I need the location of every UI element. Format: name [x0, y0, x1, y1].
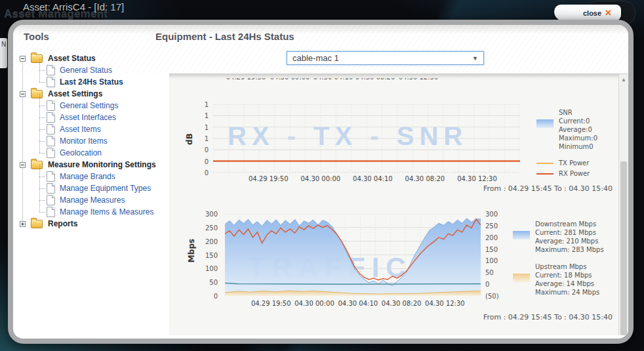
y-tick-label: 100	[205, 265, 218, 272]
downstream-legend-maximum: Maximum: 283 Mbps	[535, 245, 604, 254]
traffic-chart-plot: TRAFFIC	[225, 214, 481, 296]
snr-legend-maximum: Maximum:0	[559, 134, 597, 142]
tx-power-line-swatch	[536, 163, 553, 164]
tree-item-label: Monitor Items	[60, 136, 108, 146]
tools-header: Tools	[24, 31, 49, 42]
y-tick-label: 1	[205, 124, 209, 131]
expand-toggle[interactable]: −	[20, 91, 26, 97]
y-tick-label: 200	[485, 234, 498, 241]
y-tick-label: 1	[205, 101, 209, 108]
tree-item-label: General Status	[60, 66, 112, 75]
page-icon	[47, 136, 55, 146]
y-tick-label: 300	[485, 211, 498, 218]
expand-toggle[interactable]: +	[20, 221, 26, 227]
y-tick-label: (50)	[485, 293, 499, 300]
tree-item-general-settings[interactable]: General Settings	[20, 100, 171, 112]
page-icon	[47, 65, 55, 75]
x-tick-label: 04.30 04:10	[338, 300, 378, 307]
rx-power-line-swatch	[536, 173, 553, 175]
tree-item-manage-items-measures[interactable]: Manage Items & Measures	[20, 206, 171, 218]
traffic-chart-legend: Downstream Mbps Current: 281 Mbps Averag…	[513, 220, 611, 297]
tree-item-label: Asset Items	[60, 125, 101, 134]
folder-icon	[31, 90, 43, 98]
expand-toggle[interactable]: −	[20, 162, 26, 168]
tree-item-asset-interfaces[interactable]: Asset Interfaces	[20, 112, 171, 123]
downstream-legend-current: Current: 281 Mbps	[535, 228, 604, 237]
tree-item-asset-status[interactable]: −Asset Status	[20, 52, 171, 64]
page-icon	[47, 171, 55, 182]
page-icon	[47, 207, 55, 217]
page-icon	[47, 124, 55, 134]
tree-item-measure-monitoring-settings[interactable]: −Measure Monitoring Settings	[20, 159, 171, 171]
y-tick-label: 250	[485, 222, 498, 230]
y-tick-label: 300	[205, 211, 218, 218]
tree-item-geolocation[interactable]: Geolocation	[20, 147, 171, 159]
y-tick-label: 1	[205, 112, 209, 119]
x-tick-label: 04.30 12:30	[425, 300, 465, 307]
close-button[interactable]: close ✕	[554, 5, 621, 21]
rx-power-label: RX Power	[559, 169, 590, 178]
x-tick-label: 04.29 19:50	[249, 175, 289, 182]
window-title: Asset: ArrisC4 - [Id: 17]	[23, 1, 124, 12]
tree-item-manage-brands[interactable]: Manage Brands	[20, 171, 171, 182]
app-background: Asset Management Asset: ArrisC4 - [Id: 1…	[0, 0, 644, 351]
expand-toggle[interactable]: −	[20, 56, 26, 62]
tree-item-reports[interactable]: +Reports	[20, 218, 171, 230]
tree-item-label: Asset Status	[48, 54, 96, 63]
y-tick-label: 0	[485, 281, 489, 288]
traffic-chart-canvas	[225, 214, 481, 296]
tree-item-label: Measure Monitoring Settings	[48, 160, 156, 169]
y-tick-label: 1	[205, 135, 209, 142]
tree-item-manage-equipment-types[interactable]: Manage Equipment Types	[20, 182, 171, 194]
snr-chart-legend: SNR Current:0 Average:0 Maximum:0 Minimu…	[536, 108, 623, 178]
upstream-legend-maximum: Maximum: 24 Mbps	[535, 288, 599, 297]
background-page-fragment: N	[0, 38, 7, 68]
x-tick-label: 04.30 08:20	[405, 175, 445, 182]
cable-mac-select[interactable]: cable-mac 1 ▼	[287, 51, 484, 65]
tree-item-asset-items[interactable]: Asset Items	[20, 123, 171, 135]
clipped-x-tick-label: 04.30 12:30	[399, 78, 439, 81]
folder-icon	[31, 54, 43, 63]
cable-mac-select-value: cable-mac 1	[287, 53, 472, 63]
upstream-legend-average: Average: 14 Mbps	[535, 279, 599, 288]
x-tick-label: 04.29 19:50	[251, 300, 291, 307]
y-tick-label: 0	[205, 158, 209, 165]
snr-chart-plot: RX - TX - SNR	[213, 104, 520, 173]
tree-item-label: Asset Interfaces	[60, 113, 116, 122]
tree-item-label: Manage Brands	[60, 172, 115, 181]
scrollbar-up-icon[interactable]: ▲	[619, 77, 628, 83]
snr-legend-minimum: Minimum0	[559, 142, 597, 151]
clipped-x-tick-label: 04.30 04:10	[313, 78, 353, 81]
page-icon	[47, 183, 55, 194]
clipped-x-tick-label: 04.30 08:20	[355, 78, 395, 81]
charts-scroll-area: 04.29 19:5004.30 00:0004.30 04:1004.30 0…	[169, 73, 628, 335]
page-icon	[47, 77, 55, 87]
snr-legend-current: Current:0	[559, 117, 597, 125]
upstream-legend-swatch	[513, 274, 530, 282]
y-tick-label: 0	[205, 169, 209, 176]
scrollbar-thumb[interactable]	[620, 161, 627, 335]
folder-icon	[31, 220, 43, 228]
vertical-scrollbar[interactable]: ▲	[618, 74, 628, 335]
equipment-status-dialog: Tools Equipment - Last 24Hs Status −Asse…	[8, 20, 634, 344]
tree-item-asset-settings[interactable]: −Asset Settings	[20, 88, 171, 100]
tree-item-general-status[interactable]: General Status	[20, 64, 171, 76]
snr-legend-swatch	[536, 119, 553, 128]
tree-item-monitor-items[interactable]: Monitor Items	[20, 135, 171, 147]
page-icon	[47, 148, 55, 158]
x-tick-label: 04.30 08:20	[382, 300, 422, 307]
upstream-legend-name: Upstream Mbps	[535, 262, 599, 271]
tree-item-label: Asset Settings	[48, 89, 102, 98]
snr-chart-timerange: From : 04.29 15:45 To : 04.30 15:40	[483, 184, 613, 193]
close-icon: ✕	[605, 9, 612, 17]
traffic-chart-timerange: From : 04.29 15:45 To : 04.30 15:40	[483, 313, 613, 321]
page-title: Equipment - Last 24Hs Status	[155, 31, 294, 42]
y-tick-label: 0	[205, 146, 209, 154]
dialog-content: Tools Equipment - Last 24Hs Status −Asse…	[13, 25, 628, 339]
y-tick-label: 50	[485, 269, 494, 276]
tree-item-label: Manage Items & Measures	[60, 207, 153, 217]
y-tick-label: 150	[485, 246, 498, 253]
tree-item-manage-measures[interactable]: Manage Measures	[20, 194, 171, 206]
x-tick-label: 04.30 00:00	[300, 175, 340, 182]
tree-item-last-24hs-status[interactable]: Last 24Hs Status	[20, 76, 171, 88]
